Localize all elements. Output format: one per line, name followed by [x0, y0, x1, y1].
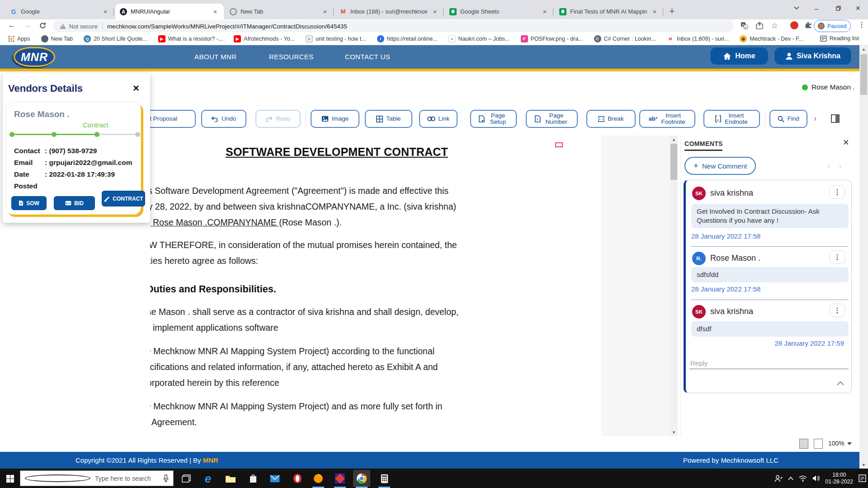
tab-google[interactable]: G Google ×	[5, 4, 114, 19]
window-menu-chevron-icon[interactable]	[787, 0, 807, 16]
chrome-icon[interactable]	[355, 472, 368, 485]
calculator-icon[interactable]	[378, 472, 391, 485]
edge-icon[interactable]: e	[202, 472, 214, 485]
window-close-button[interactable]: ×	[848, 0, 868, 16]
refresh-icon[interactable]	[39, 22, 47, 29]
insert-endnote-button[interactable]: [i] Insert Endnote	[703, 110, 760, 128]
bookmark-resistor-video[interactable]: ▶ What is a resistor? -...	[158, 35, 223, 42]
table-button[interactable]: Table	[365, 110, 412, 128]
break-button[interactable]: Break	[586, 110, 636, 128]
taskbar-search-input[interactable]: Type here to search	[20, 470, 174, 486]
not-secure-warning-icon[interactable]	[60, 23, 66, 29]
bookmark-inbox[interactable]: M Inbox (1,609) - suri...	[667, 35, 729, 42]
vendors-close-icon[interactable]: ×	[133, 82, 139, 94]
bookmark-afrotechmods[interactable]: ▶ Afrotechmods - Yo...	[234, 35, 295, 42]
firefox-icon[interactable]	[312, 472, 325, 485]
home-button[interactable]: Home	[710, 47, 769, 65]
bookmark-unit-testing[interactable]: ≡ unit testing - how t...	[306, 35, 366, 42]
tab-new-tab[interactable]: New Tab ×	[225, 4, 334, 19]
print-layout-icon[interactable]	[799, 439, 808, 449]
tab-close-icon[interactable]: ×	[211, 8, 219, 15]
scroll-down-icon[interactable]: ▼	[670, 428, 678, 436]
insert-footnote-button[interactable]: ab¹ Insert Footnote	[639, 110, 695, 128]
image-button[interactable]: Image	[311, 110, 359, 128]
tab-close-icon[interactable]: ×	[101, 8, 109, 15]
tab-google-sheets[interactable]: Google Sheets ×	[445, 4, 553, 19]
bookmark-life-quotes[interactable]: Q 20 Short Life Quote...	[84, 35, 147, 42]
comment-menu-dots-icon[interactable]: ⋮	[830, 185, 845, 199]
page-number-button[interactable]: # Page Number	[526, 110, 578, 128]
toolbar-overflow-chevron-icon[interactable]: ›	[814, 114, 816, 123]
bookmark-retail-online[interactable]: i https://retail.online...	[377, 35, 438, 42]
reading-list-button[interactable]: Reading list	[820, 35, 859, 42]
side-panel-toggle-icon[interactable]	[831, 114, 840, 123]
network-icon[interactable]	[799, 475, 807, 482]
document-page[interactable]: This Software Development Agreement ("Ag…	[150, 136, 670, 436]
nav-resources[interactable]: RESOURCES	[269, 53, 314, 61]
extensions-puzzle-icon[interactable]	[804, 21, 812, 29]
web-layout-icon[interactable]	[814, 439, 823, 449]
new-comment-button[interactable]: + New Comment	[684, 157, 756, 175]
nav-about-mnr[interactable]: ABOUT MNR	[194, 53, 236, 61]
people-icon[interactable]	[774, 475, 783, 482]
find-button[interactable]: Find	[769, 110, 807, 128]
browser-menu-dots-icon[interactable]: ⋮	[858, 20, 865, 29]
tab-mnruiangular[interactable]: A MNRUIAngular ×	[115, 4, 224, 19]
footer-brand[interactable]: MNR	[203, 456, 218, 464]
tray-expand-chevron-icon[interactable]	[788, 477, 793, 480]
sync-paused-button[interactable]: Paused	[814, 20, 851, 32]
user-button[interactable]: Siva Krishna	[774, 47, 852, 65]
mnr-logo[interactable]: MNR	[14, 47, 55, 67]
back-icon[interactable]: ←	[8, 21, 16, 30]
bookmark-posflow[interactable]: P POSFlow.png - dra...	[521, 35, 583, 42]
microphone-icon[interactable]	[163, 474, 169, 482]
document-scrollbar[interactable]: ▲ ▼	[670, 136, 678, 436]
browser-scrollbar[interactable]: ▲ ▼	[859, 45, 868, 469]
bookmark-csharp-corner[interactable]: C C# Corner : Lookin...	[594, 35, 656, 42]
link-button[interactable]: Link	[419, 110, 458, 128]
sow-button[interactable]: SOW	[11, 196, 47, 210]
comment-menu-dots-icon[interactable]: ⋮	[830, 250, 845, 264]
photoshop-icon[interactable]	[334, 472, 346, 485]
bid-button[interactable]: $ BID	[54, 196, 95, 210]
file-explorer-icon[interactable]	[224, 472, 237, 485]
forward-icon[interactable]: →	[24, 21, 31, 30]
clock[interactable]: 18:00 01-28-2022	[826, 472, 853, 485]
opera-icon[interactable]	[291, 472, 304, 485]
translate-icon[interactable]: ab	[741, 22, 748, 29]
volume-icon[interactable]	[812, 475, 820, 482]
page-setup-button[interactable]: Page Setup	[470, 110, 517, 128]
window-restore-button[interactable]	[828, 0, 848, 16]
window-minimize-button[interactable]: –	[807, 0, 826, 16]
contract-button[interactable]: CONTRACT	[102, 191, 145, 206]
zoom-caret-icon[interactable]	[847, 442, 852, 445]
bookmark-mechtrack[interactable]: ◉ Mechtrack - Dev - F...	[740, 35, 803, 42]
tab-close-icon[interactable]: ×	[431, 8, 439, 15]
browser-scroll-thumb[interactable]	[860, 54, 867, 95]
tab-final-tests[interactable]: Final Tests of MNR AI Mapping S ×	[555, 4, 663, 19]
scroll-down-icon[interactable]: ▼	[860, 461, 868, 469]
scroll-up-icon[interactable]: ▲	[860, 45, 868, 53]
document-scroll-thumb[interactable]	[670, 144, 677, 180]
comment-nav-arrows[interactable]: ‹›	[827, 160, 850, 172]
notification-center-icon[interactable]	[859, 474, 866, 482]
bookmark-apps[interactable]: Apps	[8, 36, 30, 42]
bookmark-star-icon[interactable]: ☆	[771, 21, 778, 31]
tab-close-icon[interactable]: ×	[651, 8, 659, 15]
mail-icon[interactable]	[269, 472, 281, 485]
start-button[interactable]	[4, 472, 16, 485]
scroll-up-icon[interactable]: ▲	[670, 136, 678, 143]
collapse-chevron-icon[interactable]	[837, 381, 844, 388]
adblock-extension-icon[interactable]	[790, 21, 798, 29]
undo-button[interactable]: Undo	[201, 110, 246, 128]
redo-button[interactable]: Redo	[255, 110, 301, 128]
nav-contact-us[interactable]: CONTACT US	[345, 53, 390, 61]
zoom-level[interactable]: 100%	[828, 440, 844, 447]
new-tab-button[interactable]: +	[669, 5, 675, 17]
task-view-icon[interactable]	[180, 472, 193, 485]
bookmark-naukri[interactable]: « Naukri.com – Jobs...	[448, 35, 510, 42]
reply-input[interactable]	[689, 357, 849, 369]
bookmark-new-tab[interactable]: New Tab	[41, 35, 73, 42]
share-icon[interactable]	[756, 22, 763, 29]
comment-anchor-marker[interactable]	[555, 142, 563, 147]
